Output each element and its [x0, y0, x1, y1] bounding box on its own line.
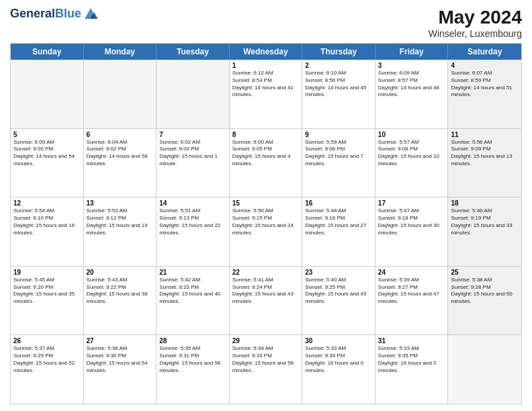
calendar-cell — [157, 60, 230, 128]
day-header-sunday: Sunday — [11, 44, 84, 60]
day-number: 29 — [232, 337, 300, 345]
cell-info: Sunrise: 5:40 AM Sunset: 9:25 PM Dayligh… — [305, 277, 372, 306]
calendar-row-1: 1Sunrise: 6:12 AM Sunset: 8:54 PM Daylig… — [11, 60, 521, 129]
calendar-cell: 9Sunrise: 5:59 AM Sunset: 9:06 PM Daylig… — [302, 129, 375, 197]
day-number: 22 — [232, 269, 300, 276]
cell-info: Sunrise: 5:41 AM Sunset: 9:24 PM Dayligh… — [232, 277, 300, 306]
calendar-row-4: 19Sunrise: 5:45 AM Sunset: 9:20 PM Dayli… — [11, 267, 521, 336]
calendar-cell: 17Sunrise: 5:47 AM Sunset: 9:18 PM Dayli… — [375, 197, 449, 266]
day-number: 28 — [159, 337, 226, 345]
day-number: 21 — [159, 269, 226, 276]
calendar-row-3: 12Sunrise: 5:54 AM Sunset: 9:10 PM Dayli… — [11, 197, 521, 267]
day-number: 6 — [87, 131, 154, 138]
cell-info: Sunrise: 5:33 AM Sunset: 9:35 PM Dayligh… — [378, 345, 445, 374]
calendar-cell: 31Sunrise: 5:33 AM Sunset: 9:35 PM Dayli… — [375, 335, 449, 404]
day-number: 4 — [451, 62, 519, 69]
cell-info: Sunrise: 5:53 AM Sunset: 9:12 PM Dayligh… — [87, 208, 154, 236]
calendar-cell: 15Sunrise: 5:50 AM Sunset: 9:15 PM Dayli… — [230, 197, 303, 266]
location: Winseler, Luxembourg — [429, 28, 522, 39]
day-number: 5 — [13, 131, 81, 138]
calendar-cell: 13Sunrise: 5:53 AM Sunset: 9:12 PM Dayli… — [84, 197, 157, 266]
day-header-saturday: Saturday — [448, 44, 521, 60]
calendar-row-5: 26Sunrise: 5:37 AM Sunset: 9:29 PM Dayli… — [11, 335, 521, 404]
day-number: 9 — [305, 131, 372, 138]
cell-info: Sunrise: 6:02 AM Sunset: 9:03 PM Dayligh… — [159, 139, 226, 168]
cell-info: Sunrise: 5:37 AM Sunset: 9:29 PM Dayligh… — [13, 345, 81, 374]
cell-info: Sunrise: 6:10 AM Sunset: 8:56 PM Dayligh… — [305, 70, 372, 99]
calendar-cell: 6Sunrise: 6:04 AM Sunset: 9:02 PM Daylig… — [84, 129, 157, 197]
day-number: 30 — [305, 337, 372, 345]
logo: GeneralBlue — [10, 7, 98, 21]
day-number: 20 — [87, 269, 154, 276]
cell-info: Sunrise: 5:48 AM Sunset: 9:16 PM Dayligh… — [305, 208, 372, 236]
day-header-friday: Friday — [375, 44, 449, 60]
calendar-cell: 29Sunrise: 5:34 AM Sunset: 9:33 PM Dayli… — [230, 335, 303, 404]
day-number: 3 — [378, 62, 445, 69]
calendar-cell: 5Sunrise: 6:05 AM Sunset: 9:00 PM Daylig… — [11, 129, 84, 197]
cell-info: Sunrise: 6:12 AM Sunset: 8:54 PM Dayligh… — [232, 70, 300, 99]
cell-info: Sunrise: 5:43 AM Sunset: 9:22 PM Dayligh… — [87, 277, 154, 306]
cell-info: Sunrise: 5:36 AM Sunset: 9:30 PM Dayligh… — [87, 345, 154, 374]
cell-info: Sunrise: 5:42 AM Sunset: 9:23 PM Dayligh… — [159, 277, 226, 306]
calendar-cell: 19Sunrise: 5:45 AM Sunset: 9:20 PM Dayli… — [11, 267, 84, 335]
day-number: 7 — [159, 131, 226, 138]
cell-info: Sunrise: 5:33 AM Sunset: 9:34 PM Dayligh… — [305, 345, 372, 374]
page: GeneralBlue May 2024 Winseler, Luxembour… — [0, 0, 532, 411]
day-number: 31 — [378, 337, 445, 345]
cell-info: Sunrise: 5:54 AM Sunset: 9:10 PM Dayligh… — [13, 208, 81, 236]
calendar-cell — [11, 60, 84, 128]
day-number: 8 — [232, 131, 300, 138]
calendar-cell: 22Sunrise: 5:41 AM Sunset: 9:24 PM Dayli… — [230, 267, 303, 335]
day-number: 23 — [305, 269, 372, 276]
calendar-cell: 10Sunrise: 5:57 AM Sunset: 9:08 PM Dayli… — [375, 129, 449, 197]
header: GeneralBlue May 2024 Winseler, Luxembour… — [10, 7, 522, 39]
calendar-cell: 25Sunrise: 5:38 AM Sunset: 9:28 PM Dayli… — [448, 267, 521, 335]
cell-info: Sunrise: 5:46 AM Sunset: 9:19 PM Dayligh… — [451, 208, 519, 236]
calendar-cell: 20Sunrise: 5:43 AM Sunset: 9:22 PM Dayli… — [84, 267, 157, 335]
calendar-cell: 16Sunrise: 5:48 AM Sunset: 9:16 PM Dayli… — [302, 197, 375, 266]
calendar-cell: 18Sunrise: 5:46 AM Sunset: 9:19 PM Dayli… — [448, 197, 521, 266]
calendar: SundayMondayTuesdayWednesdayThursdayFrid… — [10, 43, 522, 404]
day-number: 11 — [451, 131, 519, 138]
calendar-cell: 3Sunrise: 6:09 AM Sunset: 8:57 PM Daylig… — [375, 60, 449, 128]
day-number: 14 — [159, 199, 226, 207]
logo-icon — [83, 7, 98, 21]
day-number: 10 — [378, 131, 445, 138]
cell-info: Sunrise: 5:38 AM Sunset: 9:28 PM Dayligh… — [451, 277, 519, 306]
cell-info: Sunrise: 6:00 AM Sunset: 9:05 PM Dayligh… — [232, 139, 300, 168]
cell-info: Sunrise: 6:09 AM Sunset: 8:57 PM Dayligh… — [378, 70, 445, 99]
calendar-cell: 27Sunrise: 5:36 AM Sunset: 9:30 PM Dayli… — [84, 335, 157, 404]
day-number: 2 — [305, 62, 372, 69]
day-header-monday: Monday — [84, 44, 157, 60]
cell-info: Sunrise: 5:57 AM Sunset: 9:08 PM Dayligh… — [378, 139, 445, 168]
calendar-body: 1Sunrise: 6:12 AM Sunset: 8:54 PM Daylig… — [11, 60, 521, 404]
cell-info: Sunrise: 5:39 AM Sunset: 9:27 PM Dayligh… — [378, 277, 445, 306]
day-number: 17 — [378, 199, 445, 207]
day-number: 27 — [87, 337, 154, 345]
calendar-header: SundayMondayTuesdayWednesdayThursdayFrid… — [11, 44, 521, 60]
calendar-cell: 28Sunrise: 5:35 AM Sunset: 9:31 PM Dayli… — [157, 335, 230, 404]
day-number: 18 — [451, 199, 519, 207]
day-number: 1 — [232, 62, 300, 69]
cell-info: Sunrise: 5:35 AM Sunset: 9:31 PM Dayligh… — [159, 345, 226, 374]
logo-text: GeneralBlue — [10, 7, 81, 21]
calendar-cell: 14Sunrise: 5:51 AM Sunset: 9:13 PM Dayli… — [157, 197, 230, 266]
cell-info: Sunrise: 5:50 AM Sunset: 9:15 PM Dayligh… — [232, 208, 300, 236]
calendar-cell: 30Sunrise: 5:33 AM Sunset: 9:34 PM Dayli… — [302, 335, 375, 404]
calendar-cell: 2Sunrise: 6:10 AM Sunset: 8:56 PM Daylig… — [302, 60, 375, 128]
cell-info: Sunrise: 5:59 AM Sunset: 9:06 PM Dayligh… — [305, 139, 372, 168]
day-number: 16 — [305, 199, 372, 207]
cell-info: Sunrise: 5:45 AM Sunset: 9:20 PM Dayligh… — [13, 277, 81, 306]
day-header-tuesday: Tuesday — [157, 44, 230, 60]
calendar-cell — [84, 60, 157, 128]
calendar-cell: 7Sunrise: 6:02 AM Sunset: 9:03 PM Daylig… — [157, 129, 230, 197]
calendar-cell: 26Sunrise: 5:37 AM Sunset: 9:29 PM Dayli… — [11, 335, 84, 404]
day-number: 13 — [87, 199, 154, 207]
calendar-cell: 23Sunrise: 5:40 AM Sunset: 9:25 PM Dayli… — [302, 267, 375, 335]
calendar-cell: 21Sunrise: 5:42 AM Sunset: 9:23 PM Dayli… — [157, 267, 230, 335]
title-block: May 2024 Winseler, Luxembourg — [429, 7, 522, 39]
day-header-wednesday: Wednesday — [230, 44, 303, 60]
cell-info: Sunrise: 6:07 AM Sunset: 8:59 PM Dayligh… — [451, 70, 519, 99]
day-header-thursday: Thursday — [302, 44, 375, 60]
cell-info: Sunrise: 5:51 AM Sunset: 9:13 PM Dayligh… — [159, 208, 226, 236]
